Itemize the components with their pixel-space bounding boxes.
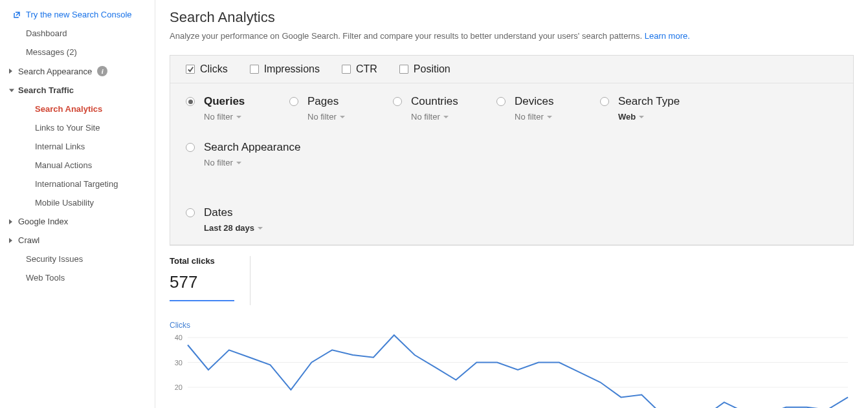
chevron-down-icon <box>547 116 552 118</box>
checkbox-icon <box>250 65 259 74</box>
dimension-filter-value: No filter <box>515 112 544 122</box>
sidebar-item-mobile-usability[interactable]: Mobile Usability <box>0 193 155 212</box>
radio-icon <box>496 97 506 106</box>
sidebar-item-international-targeting[interactable]: International Targeting <box>0 175 155 193</box>
dimension-label: Countries <box>411 95 458 108</box>
sidebar-item-search-traffic[interactable]: Search Traffic <box>0 81 155 100</box>
dimension-pages[interactable]: PagesNo filter <box>289 95 393 122</box>
sidebar-item-label: Dashboard <box>26 28 67 38</box>
metric-impressions[interactable]: Impressions <box>250 63 320 75</box>
dimension-filter-dropdown[interactable]: No filter <box>515 112 574 122</box>
metrics-row: ClicksImpressionsCTRPosition <box>170 56 853 83</box>
sidebar-item-label: Security Issues <box>26 254 83 264</box>
radio-icon <box>186 208 195 217</box>
page-title: Search Analytics <box>170 9 854 26</box>
dimension-countries[interactable]: CountriesNo filter <box>393 95 496 122</box>
dimension-search-type[interactable]: Search TypeWeb <box>600 95 706 122</box>
dimension-filter-dropdown[interactable]: No filter <box>307 112 367 122</box>
sidebar-promo-link[interactable]: Try the new Search Console <box>0 5 155 24</box>
chevron-down-icon <box>639 116 644 118</box>
sidebar-item-dashboard[interactable]: Dashboard <box>0 24 155 43</box>
dimension-filter-dropdown[interactable]: Web <box>618 112 680 122</box>
sidebar-item-web-tools[interactable]: Web Tools <box>0 268 155 287</box>
dimension-search-appearance[interactable]: Search AppearanceNo filter <box>186 141 326 167</box>
sidebar-item-label: International Targeting <box>35 179 118 189</box>
dimension-label: Search Type <box>618 95 680 108</box>
metric-clicks[interactable]: Clicks <box>186 63 228 75</box>
caret-right-icon <box>9 219 12 224</box>
dimension-label: Devices <box>515 95 553 108</box>
checkbox-icon <box>342 65 351 74</box>
chevron-down-icon <box>340 116 345 118</box>
subtitle-text: Analyze your performance on Google Searc… <box>170 31 645 41</box>
sidebar-promo-text: Try the new Search Console <box>26 10 132 19</box>
sidebar-item-links-to-your-site[interactable]: Links to Your Site <box>0 118 155 137</box>
info-icon[interactable]: i <box>97 66 107 76</box>
filter-panel: ClicksImpressionsCTRPosition QueriesNo f… <box>170 55 854 246</box>
chevron-down-icon <box>258 227 263 230</box>
sidebar-item-label: Web Tools <box>26 273 65 283</box>
total-underline <box>170 300 234 301</box>
totals: Total clicks 577 <box>170 246 854 305</box>
dimension-label: Search Appearance <box>204 141 300 154</box>
metric-label: Position <box>414 63 451 75</box>
dimension-filter-value: No filter <box>411 112 440 122</box>
dimension-label: Pages <box>307 95 339 108</box>
sidebar-item-manual-actions[interactable]: Manual Actions <box>0 156 155 175</box>
dimension-filter-dropdown[interactable]: No filter <box>204 112 263 122</box>
clicks-line-chart: 10203040 <box>170 334 851 408</box>
sidebar-item-label: Mobile Usability <box>35 198 94 208</box>
radio-icon <box>289 97 298 106</box>
metric-ctr[interactable]: CTR <box>342 63 377 75</box>
sidebar-item-label: Messages (2) <box>26 47 77 57</box>
dimension-filter-value: No filter <box>307 112 337 122</box>
clicks-series-line <box>188 335 848 408</box>
metric-position[interactable]: Position <box>399 63 451 75</box>
sidebar-item-crawl[interactable]: Crawl <box>0 231 155 250</box>
sidebar-item-label: Search Appearance <box>18 67 92 76</box>
sidebar-item-google-index[interactable]: Google Index <box>0 212 155 231</box>
dimension-label: Queries <box>204 95 245 108</box>
sidebar-item-messages-2-[interactable]: Messages (2) <box>0 43 155 61</box>
svg-text:30: 30 <box>175 359 183 367</box>
dimension-label: Dates <box>204 206 232 219</box>
sidebar-item-label: Crawl <box>18 235 39 245</box>
sidebar-item-label: Search Traffic <box>18 85 74 95</box>
page-subtitle: Analyze your performance on Google Searc… <box>170 31 854 41</box>
chevron-down-icon <box>443 116 449 118</box>
sidebar-item-label: Manual Actions <box>35 160 92 170</box>
dimension-dates[interactable]: DatesLast 28 days <box>186 206 289 233</box>
sidebar-item-search-analytics[interactable]: Search Analytics <box>0 100 155 118</box>
learn-more-link[interactable]: Learn more. <box>645 31 690 41</box>
dimension-filter-value: Web <box>618 112 636 122</box>
sidebar-item-label: Links to Your Site <box>35 123 100 133</box>
caret-down-icon <box>9 89 14 92</box>
dimensions-row: QueriesNo filterPagesNo filterCountriesN… <box>170 83 853 245</box>
chart-area: Clicks 10203040 <box>170 321 851 408</box>
sidebar-item-label: Search Analytics <box>35 104 102 114</box>
chevron-down-icon <box>236 116 241 118</box>
dimension-queries[interactable]: QueriesNo filter <box>186 95 289 122</box>
metric-label: Impressions <box>264 63 320 75</box>
radio-icon <box>393 97 402 106</box>
sidebar-item-label: Internal Links <box>35 142 85 151</box>
caret-right-icon <box>9 238 12 243</box>
metric-label: Clicks <box>200 63 228 75</box>
sidebar: Try the new Search Console DashboardMess… <box>0 0 155 408</box>
dimension-filter-value: No filter <box>204 158 233 167</box>
dimension-filter-dropdown[interactable]: Last 28 days <box>204 223 263 233</box>
dimension-filter-value: No filter <box>204 112 233 122</box>
caret-right-icon <box>9 69 12 74</box>
total-value: 577 <box>170 272 234 292</box>
sidebar-item-search-appearance[interactable]: Search Appearancei <box>0 61 155 81</box>
dimension-devices[interactable]: DevicesNo filter <box>496 95 600 122</box>
sidebar-item-internal-links[interactable]: Internal Links <box>0 137 155 156</box>
checkbox-icon <box>186 65 195 74</box>
radio-icon <box>186 143 195 152</box>
dimension-filter-dropdown[interactable]: No filter <box>411 112 471 122</box>
total-clicks-card[interactable]: Total clicks 577 <box>170 256 250 305</box>
chevron-down-icon <box>236 162 241 164</box>
metric-label: CTR <box>356 63 377 75</box>
dimension-filter-dropdown[interactable]: No filter <box>204 158 300 167</box>
sidebar-item-security-issues[interactable]: Security Issues <box>0 250 155 268</box>
